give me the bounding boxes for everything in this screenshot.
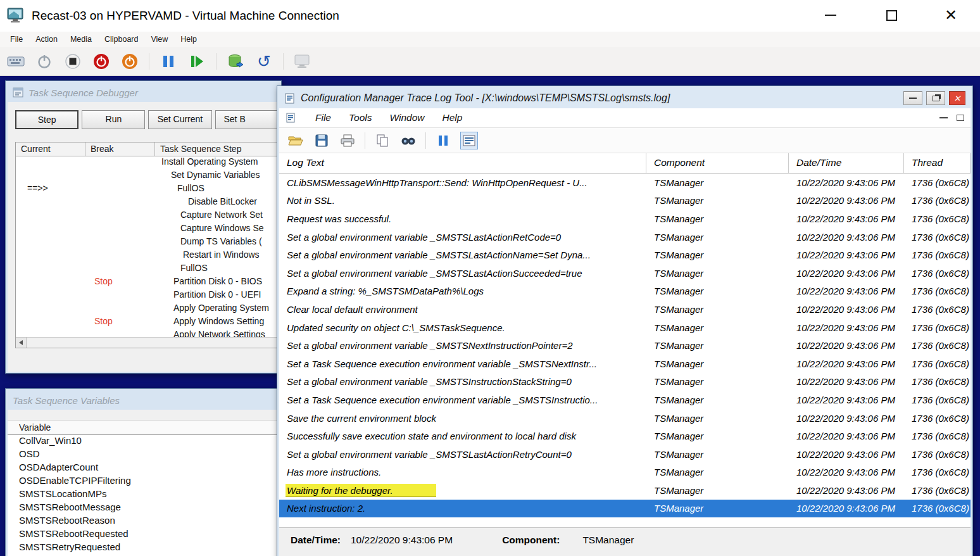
log-row[interactable]: Set a global environment variable _SMSTS…	[279, 336, 971, 355]
task-sequence-row[interactable]: Capture Windows Se	[16, 223, 277, 236]
column-header-component[interactable]: Component	[646, 153, 789, 173]
menu-help[interactable]: Help	[174, 33, 203, 46]
task-sequence-row[interactable]: Restart in Windows	[16, 250, 277, 263]
task-sequence-row[interactable]: ==>>FullOS	[16, 183, 277, 196]
task-sequence-debugger-window[interactable]: Task Sequence Debugger Step Run Set Curr…	[5, 80, 282, 374]
task-sequence-row[interactable]: Disable BitLocker	[16, 196, 277, 210]
cmtrace-minimize-button[interactable]	[903, 91, 922, 105]
log-row[interactable]: Set a global environment variable _SMSTS…	[279, 445, 971, 464]
copy-icon[interactable]	[374, 132, 391, 149]
task-sequence-row[interactable]: Set Dynamic Variables	[16, 170, 277, 183]
cmtrace-window[interactable]: Configuration Manager Trace Log Tool - […	[277, 85, 973, 556]
task-sequence-row[interactable]: Partition Disk 0 - UEFI	[16, 289, 277, 303]
log-row[interactable]: Updated security on object C:\_SMSTaskSe…	[279, 319, 971, 337]
task-sequence-row[interactable]: FullOS	[16, 263, 277, 276]
open-icon[interactable]	[287, 132, 305, 149]
run-button[interactable]: Run	[82, 110, 145, 129]
set-current-button[interactable]: Set Current	[148, 110, 211, 129]
column-header-step[interactable]: Task Sequence Step	[155, 142, 277, 156]
maximize-button[interactable]	[874, 1, 909, 29]
menu-action[interactable]: Action	[29, 33, 64, 46]
menu-tools[interactable]: Tools	[340, 112, 380, 123]
debugger-titlebar[interactable]: Task Sequence Debugger	[8, 83, 279, 102]
log-row[interactable]: Not in SSL.TSManager10/22/2020 9:43:06 P…	[279, 192, 971, 210]
column-header-log-text[interactable]: Log Text	[279, 153, 646, 173]
menu-file[interactable]: File	[4, 33, 29, 46]
log-row[interactable]: Set a global environment variable _SMSTS…	[279, 373, 971, 391]
minimize-button[interactable]	[813, 1, 848, 29]
task-sequence-row[interactable]: Apply Network Settings	[16, 329, 277, 337]
step-button[interactable]: Step	[15, 110, 79, 129]
log-row[interactable]: Waiting for the debugger.TSManager10/22/…	[279, 481, 971, 500]
realtime-view-icon[interactable]	[460, 132, 478, 149]
log-row[interactable]: Clear local default environmentTSManager…	[279, 300, 971, 319]
variable-row[interactable]: CollVar_Win10	[8, 435, 279, 448]
variable-row[interactable]: SMSTSRebootMessage	[8, 502, 279, 515]
menu-window[interactable]: Window	[380, 112, 433, 123]
find-icon[interactable]	[399, 132, 417, 149]
close-button[interactable]: ✕	[933, 1, 969, 29]
horizontal-scrollbar[interactable]	[16, 337, 277, 348]
checkpoint-icon[interactable]	[226, 52, 245, 71]
vm-desktop[interactable]: Task Sequence Debugger Step Run Set Curr…	[0, 76, 980, 556]
menu-file[interactable]: File	[306, 112, 340, 123]
log-row[interactable]: Successfully save execution state and en…	[279, 427, 971, 445]
column-header-variable[interactable]: Variable	[8, 420, 279, 435]
variable-row[interactable]: OSDAdapterCount	[8, 462, 279, 475]
turn-off-icon[interactable]	[92, 52, 111, 71]
stop-icon[interactable]	[63, 52, 82, 71]
ctrl-alt-del-icon[interactable]	[6, 52, 25, 71]
revert-icon[interactable]: ↺	[254, 52, 273, 71]
log-row[interactable]: Set a global environment variable _SMSTS…	[279, 228, 971, 246]
cmtrace-close-button[interactable]: ✕	[949, 91, 965, 105]
menu-view[interactable]: View	[144, 33, 174, 46]
log-row[interactable]: Set a Task Sequence execution environmen…	[279, 355, 971, 373]
log-row[interactable]: Expand a string: %_SMSTSMDataPath%\LogsT…	[279, 282, 971, 301]
task-sequence-variables-window[interactable]: Task Sequence Variables Variable CollVar…	[5, 388, 282, 556]
log-row[interactable]: CLibSMSMessageWinHttpTransport::Send: Wi…	[279, 174, 971, 192]
child-minimize-icon[interactable]	[939, 117, 948, 118]
cmtrace-titlebar[interactable]: Configuration Manager Trace Log Tool - […	[279, 88, 971, 108]
variable-row[interactable]: SMSTSRebootRequested	[8, 528, 279, 541]
shut-down-icon[interactable]	[120, 52, 139, 71]
set-break-button[interactable]: Set B	[215, 110, 280, 129]
menu-clipboard[interactable]: Clipboard	[98, 33, 145, 46]
task-sequence-row[interactable]: Install Operating System	[16, 156, 277, 170]
start-icon[interactable]	[187, 52, 206, 71]
pause-icon[interactable]	[159, 52, 178, 71]
variable-row[interactable]: SMSTSLocationMPs	[8, 488, 279, 502]
log-row[interactable]: Next instruction: 2.TSManager10/22/2020 …	[279, 500, 971, 518]
log-row[interactable]: Save the current environment blockTSMana…	[279, 409, 971, 427]
log-row[interactable]: Set a global environment variable _SMSTS…	[279, 246, 971, 264]
pause-icon[interactable]	[434, 132, 452, 149]
task-sequence-row[interactable]: Apply Operating System	[16, 303, 277, 316]
log-row[interactable]: Has more instructions.TSManager10/22/202…	[279, 464, 971, 482]
scroll-left-button[interactable]	[16, 338, 27, 348]
variable-row[interactable]: SMSTSRetryRequested	[8, 541, 279, 555]
power-icon[interactable]	[35, 52, 54, 71]
task-sequence-row[interactable]: StopPartition Disk 0 - BIOS	[16, 276, 277, 289]
print-icon[interactable]	[339, 132, 356, 149]
variables-titlebar[interactable]: Task Sequence Variables	[8, 391, 279, 410]
menu-media[interactable]: Media	[64, 33, 98, 46]
save-icon[interactable]	[313, 132, 330, 149]
task-sequence-row[interactable]: StopApply Windows Setting	[16, 316, 277, 329]
log-row[interactable]: Request was successful.TSManager10/22/20…	[279, 210, 971, 228]
log-text-cell: Clear local default environment	[279, 304, 646, 315]
log-row[interactable]: Set a Task Sequence execution environmen…	[279, 391, 971, 409]
variable-row[interactable]: SMSTSRebootReason	[8, 515, 279, 528]
column-header-datetime[interactable]: Date/Time	[789, 153, 904, 173]
variable-row[interactable]: OSD	[8, 448, 279, 462]
column-header-thread[interactable]: Thread	[904, 153, 971, 173]
thread-cell: 1736 (0x6C8)	[904, 232, 971, 243]
child-restore-icon[interactable]	[957, 115, 964, 121]
cmtrace-restore-button[interactable]	[926, 91, 945, 105]
variable-row[interactable]: OSDEnableTCPIPFiltering	[8, 475, 279, 488]
column-header-current[interactable]: Current	[16, 142, 85, 156]
menu-help[interactable]: Help	[433, 112, 471, 123]
column-header-break[interactable]: Break	[85, 142, 155, 156]
task-sequence-row[interactable]: Capture Network Set	[16, 210, 277, 223]
enhanced-session-icon[interactable]	[293, 52, 312, 71]
log-row[interactable]: Set a global environment variable _SMSTS…	[279, 264, 971, 282]
task-sequence-row[interactable]: Dump TS Variables (	[16, 236, 277, 250]
